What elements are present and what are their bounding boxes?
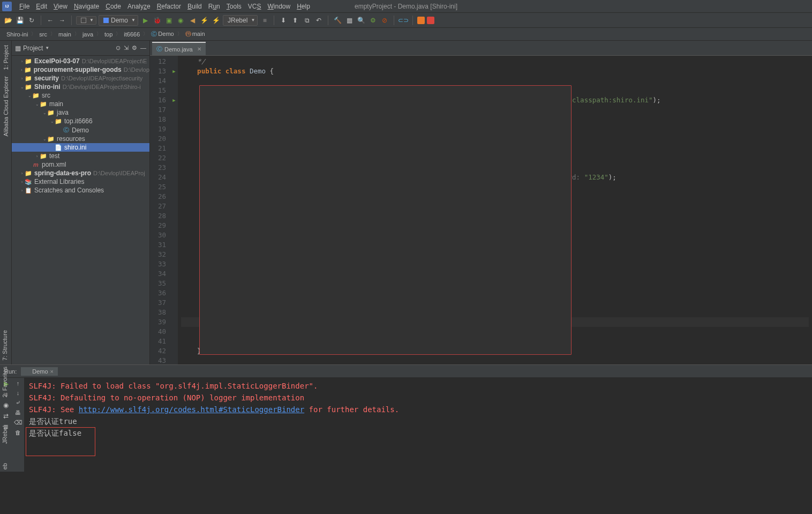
menu-view[interactable]: View <box>50 2 71 11</box>
code-area[interactable]: 1213141516171819202122232425262728293031… <box>150 56 812 364</box>
tree-node[interactable]: ⌄📁top.it6666 <box>12 117 149 125</box>
menu-vcs[interactable]: VCS <box>245 2 265 11</box>
app-logo: IJ <box>2 2 12 11</box>
lefttab-eb[interactable]: eb <box>0 461 10 472</box>
menu-code[interactable]: Code <box>102 2 124 11</box>
menu-build[interactable]: Build <box>184 2 205 11</box>
lefttab-jrebel[interactable]: JRebel <box>0 423 10 446</box>
undo-icon[interactable]: ← <box>46 16 55 25</box>
print-icon[interactable]: 🖶 <box>15 409 21 416</box>
project-header: ▦ Project ▼ ⊙ ⇲ ⚙ — <box>12 41 149 56</box>
vcs-update-icon[interactable]: ⬇ <box>279 16 288 25</box>
project-tree[interactable]: ›📁ExcelPoi-03-07D:\Devlop\IDEAProject\E›… <box>12 56 149 364</box>
crumb-3[interactable]: java <box>80 31 95 38</box>
tree-node[interactable]: ⌄📁java <box>12 108 149 117</box>
plugin2-icon[interactable] <box>427 17 434 24</box>
hide-icon[interactable]: — <box>140 44 146 51</box>
tree-node[interactable]: ›📁ExcelPoi-03-07D:\Devlop\IDEAProject\E <box>12 57 149 65</box>
profile-icon[interactable]: ◉ <box>176 16 185 25</box>
menu-help[interactable]: Help <box>294 2 313 11</box>
crumb-7[interactable]: ⓜmain <box>183 30 207 38</box>
crumb-0[interactable]: Shiro-ini <box>4 31 30 38</box>
tree-node[interactable]: ⌄📁src <box>12 91 149 100</box>
tree-node[interactable]: mpom.xml <box>12 160 149 169</box>
gear-icon[interactable]: ⚙ <box>132 44 137 51</box>
stop2-icon[interactable]: ⊘ <box>380 16 389 25</box>
window-title: emptyProject - Demo.java [Shiro-ini] <box>355 3 457 10</box>
tree-node[interactable]: ›📁procurement-supplier-goodsD:\Devlop <box>12 65 149 74</box>
run-header: Run: Demo × <box>0 365 812 378</box>
tree-node[interactable]: ⌄📁main <box>12 100 149 108</box>
tree-node[interactable]: ›📚External Libraries <box>12 177 149 186</box>
alibaba-icon[interactable]: ⊂⊃ <box>399 16 408 25</box>
up-icon[interactable]: ↑ <box>17 380 20 386</box>
tree-node[interactable]: ⌄📁resources <box>12 135 149 143</box>
lefttab-favorites[interactable]: 2: Favorites <box>0 364 10 399</box>
menu-analyze[interactable]: Analyze <box>124 2 154 11</box>
project-title: Project <box>23 44 43 52</box>
tree-node[interactable]: ⌄📁Shiro-iniD:\Devlop\IDEAProject\Shiro-i <box>12 83 149 91</box>
close-tab-icon[interactable]: ✕ <box>197 46 201 52</box>
down-icon[interactable]: ↓ <box>17 390 20 396</box>
clear-icon[interactable]: ⌫ <box>14 419 22 426</box>
menu-file[interactable]: File <box>16 2 33 11</box>
crumb-1[interactable]: src <box>37 31 49 38</box>
run-icon[interactable]: ▶ <box>140 16 150 25</box>
runconf-select[interactable]: Demo▼ <box>99 15 138 26</box>
left-toolstrip: 1: Project Alibaba Cloud Explorer <box>0 41 12 364</box>
tree-node[interactable]: ›📋Scratches and Consoles <box>12 186 149 195</box>
trash-icon[interactable]: 🗑 <box>15 429 21 436</box>
crumb-5[interactable]: it6666 <box>122 31 142 38</box>
editor-tabs: ⒸDemo.java✕ <box>150 41 812 56</box>
stop-icon[interactable]: ■ <box>260 16 269 25</box>
vcs-history-icon[interactable]: ⧉ <box>302 16 312 25</box>
menu-edit[interactable]: Edit <box>33 2 50 11</box>
run-settings-icon[interactable]: ⇄ <box>3 412 9 420</box>
build-select[interactable]: ▼ <box>76 16 96 25</box>
debug-icon[interactable]: 🐞 <box>152 16 162 25</box>
tree-node[interactable]: ›📁test <box>12 152 149 160</box>
run-toolbar-left2: ↑ ↓ ⤶ 🖶 ⌫ 🗑 <box>12 378 25 472</box>
vcs-commit-icon[interactable]: ⬆ <box>290 16 300 25</box>
jrebel2-icon[interactable]: ⚡ <box>211 16 221 25</box>
search-icon[interactable]: 🔍 <box>356 16 366 25</box>
tree-node[interactable]: ›📁spring-data-es-proD:\Devlop\IDEAProj <box>12 169 149 177</box>
struct-icon[interactable]: ▦ <box>344 16 354 25</box>
lefttab-project[interactable]: 1: Project <box>3 45 9 70</box>
hammer-icon[interactable]: 🔨 <box>333 16 342 25</box>
attach-icon[interactable]: ◀ <box>187 16 197 25</box>
tree-node[interactable]: 📄shiro.ini <box>12 143 149 152</box>
collapse-icon[interactable]: ⇲ <box>124 44 129 51</box>
plugin1-icon[interactable] <box>417 17 425 24</box>
crumb-6[interactable]: ⒸDemo <box>149 30 176 38</box>
crumb-2[interactable]: main <box>56 31 73 38</box>
coverage-icon[interactable]: ▣ <box>164 16 174 25</box>
run-tab[interactable]: Demo × <box>21 367 58 376</box>
vcs-revert-icon[interactable]: ↶ <box>314 16 324 25</box>
lefttab-alibaba[interactable]: Alibaba Cloud Explorer <box>3 76 9 137</box>
save-icon[interactable]: 💾 <box>15 16 25 25</box>
settings-icon[interactable]: ⚙ <box>368 16 378 25</box>
jrebel-icon[interactable]: ⚡ <box>199 16 209 25</box>
menubar: IJ File Edit View Navigate Code Analyze … <box>0 0 812 13</box>
tree-node[interactable]: ›📁securityD:\Devlop\IDEAProject\security <box>12 74 149 83</box>
lefttab-structure[interactable]: 7: Structure <box>0 328 10 363</box>
menu-navigate[interactable]: Navigate <box>71 2 102 11</box>
jrebel-select[interactable]: JRebel▼ <box>223 15 258 26</box>
locate-icon[interactable]: ⊙ <box>116 44 121 51</box>
open-icon[interactable]: 📂 <box>3 16 13 25</box>
console-output[interactable]: SLF4J: Failed to load class "org.slf4j.i… <box>25 378 812 472</box>
menu-refactor[interactable]: Refactor <box>154 2 184 11</box>
crumb-4[interactable]: top <box>102 31 115 38</box>
redo-icon[interactable]: → <box>57 16 67 25</box>
wrap-icon[interactable]: ⤶ <box>16 399 20 406</box>
editor-tab-demo[interactable]: ⒸDemo.java✕ <box>152 42 206 55</box>
menu-tools[interactable]: Tools <box>223 2 245 11</box>
menu-window[interactable]: Window <box>264 2 294 11</box>
refresh-icon[interactable]: ↻ <box>27 16 36 25</box>
breadcrumb: Shiro-ini〉 src〉 main〉 java〉 top〉 it6666〉… <box>0 28 812 41</box>
run-attach-icon[interactable]: ◉ <box>3 401 9 409</box>
tree-node[interactable]: ⒸDemo <box>12 125 149 135</box>
project-panel: ▦ Project ▼ ⊙ ⇲ ⚙ — ›📁ExcelPoi-03-07D:\D… <box>12 41 150 364</box>
menu-run[interactable]: Run <box>205 2 223 11</box>
